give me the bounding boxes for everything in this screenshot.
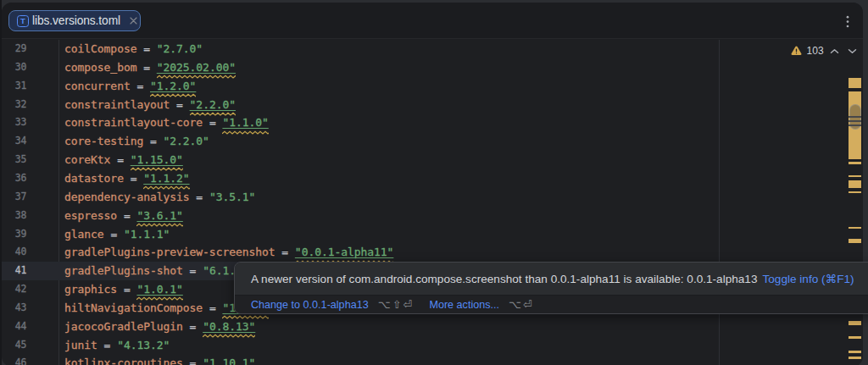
code-editor[interactable]: 29coilCompose = "2.7.0"30compose_bom = "… [2, 40, 863, 365]
line-number: 39 [2, 225, 27, 244]
toml-key: junit [64, 339, 97, 351]
toml-key: constraintlayout [64, 98, 170, 111]
version-string: "1.1.2" [143, 169, 189, 188]
version-string: "2.7.0" [157, 42, 203, 55]
toml-key: concurrent [64, 80, 131, 92]
code-text: graphics = "1.0.1" [64, 280, 183, 299]
version-string: "3.5.1" [209, 191, 255, 203]
toml-key: gradlePlugins-shot [64, 264, 183, 277]
more-actions-shortcut-icons: ⌥⏎ [509, 298, 534, 311]
toggle-info-link[interactable]: Toggle info (⌘F1) [763, 272, 854, 285]
code-line-40[interactable]: 40gradlePlugins-preview-screenshot = "0.… [2, 243, 863, 262]
code-line-36[interactable]: 36datastore = "1.1.2" [2, 169, 863, 188]
line-number: 38 [2, 207, 27, 225]
stripe-gap-line [849, 124, 861, 126]
code-text: coilCompose = "2.7.0" [64, 40, 203, 58]
warning-stripe-mark[interactable] [849, 357, 861, 359]
code-text: gradlePlugins-shot = "6.1. [64, 262, 236, 280]
code-text: datastore = "1.1.2" [64, 169, 190, 188]
equals-operator: = [190, 191, 209, 203]
version-string: "2.2.0" [190, 96, 236, 114]
warning-stripe-mark[interactable] [849, 239, 861, 243]
code-text: concurrent = "1.2.0" [64, 77, 196, 96]
popup-actions-row: Change to 0.0.1-alpha13 ⌥⇧⏎ More actions… [235, 295, 868, 313]
equals-operator: = [203, 116, 222, 129]
equals-operator: = [136, 61, 156, 74]
code-line-33[interactable]: 33constraintlayout-core = "1.1.0" [2, 113, 863, 132]
toml-key: constraintlayout-core [64, 116, 203, 129]
version-string: "1.2.0" [150, 77, 196, 96]
toml-key: gradlePlugins-preview-screenshot [64, 246, 275, 258]
code-text: constraintlayout-core = "1.1.0" [64, 113, 269, 132]
version-string: "1.10.1" [203, 354, 255, 365]
warning-stripe-mark[interactable] [849, 180, 861, 189]
warning-stripe-mark[interactable] [849, 78, 861, 88]
equals-operator: = [183, 357, 203, 365]
code-line-31[interactable]: 31concurrent = "1.2.0" [2, 77, 863, 96]
code-text: compose_bom = "2025.02.00" [64, 58, 236, 77]
toml-key: datastore [64, 172, 124, 185]
line-number: 40 [2, 243, 27, 262]
toml-key: core-testing [64, 135, 143, 147]
warning-stripe-mark[interactable] [849, 162, 861, 164]
version-string: "3.6.1" [136, 207, 182, 225]
line-number: 33 [2, 113, 27, 132]
code-text: constraintlayout = "2.2.0" [64, 96, 236, 114]
equals-operator: = [124, 172, 143, 185]
code-line-35[interactable]: 35coreKtx = "1.15.0" [2, 151, 863, 169]
warning-stripe-mark[interactable] [849, 227, 861, 230]
line-number: 45 [2, 336, 27, 355]
inspections-widget[interactable]: 103 [791, 44, 858, 58]
warning-stripe-mark[interactable] [849, 191, 861, 194]
code-line-34[interactable]: 34core-testing = "2.2.0" [2, 132, 863, 151]
line-number: 32 [2, 96, 27, 114]
tab-options-kebab-icon[interactable] [841, 14, 854, 30]
ide-window: T libs.versions.toml 29coilCompose = "2.… [0, 0, 868, 365]
warning-stripe-mark[interactable] [849, 351, 861, 353]
line-number: 41 [2, 262, 27, 280]
code-line-46[interactable]: 46kotlinx-coroutines = "1.10.1" [2, 354, 863, 365]
toml-key: kotlinx-coroutines [64, 357, 183, 365]
toml-file-icon: T [17, 15, 29, 27]
warning-stripe-mark[interactable] [849, 175, 861, 178]
code-line-39[interactable]: 39glance = "1.1.1" [2, 225, 863, 244]
popup-message: A newer version of com.android.compose.s… [251, 273, 758, 285]
more-actions-link[interactable]: More actions... [429, 299, 499, 311]
equals-operator: = [170, 98, 189, 111]
warning-stripe-mark[interactable] [849, 321, 861, 325]
previous-problem-button[interactable] [829, 44, 840, 58]
code-line-38[interactable]: 38espresso = "3.6.1" [2, 207, 863, 225]
toml-key: compose_bom [64, 61, 136, 74]
toml-key: coreKtx [64, 153, 110, 166]
code-text: core-testing = "2.2.0" [64, 132, 209, 151]
equals-operator: = [183, 320, 203, 333]
equals-operator: = [131, 80, 150, 92]
next-problem-button[interactable] [847, 44, 858, 58]
line-number: 35 [2, 151, 27, 169]
line-number: 46 [2, 354, 27, 365]
tab-libs-versions-toml[interactable]: T libs.versions.toml [8, 10, 141, 31]
tab-close-icon[interactable] [126, 14, 140, 28]
code-line-32[interactable]: 32constraintlayout = "2.2.0" [2, 96, 863, 114]
line-number: 29 [2, 40, 27, 58]
toml-key: dependency-analysis [64, 191, 190, 203]
code-line-29[interactable]: 29coilCompose = "2.7.0" [2, 40, 863, 58]
inspection-popup: A newer version of com.android.compose.s… [234, 262, 868, 314]
line-number: 31 [2, 77, 27, 96]
code-line-30[interactable]: 30compose_bom = "2025.02.00" [2, 58, 863, 77]
line-number: 30 [2, 58, 27, 77]
equals-operator: = [110, 153, 130, 166]
stripe-gap-line [849, 116, 861, 118]
equals-operator: = [143, 135, 163, 147]
version-string: "1.1.1" [124, 228, 170, 241]
version-string: "0.8.13" [203, 318, 255, 336]
code-line-44[interactable]: 44jacocoGradlePlugin = "0.8.13" [2, 318, 863, 336]
frame-left-edge [0, 0, 2, 365]
code-line-45[interactable]: 45junit = "4.13.2" [2, 336, 863, 355]
toml-key: espresso [64, 209, 117, 222]
change-version-link[interactable]: Change to 0.0.1-alpha13 [251, 299, 369, 311]
stripe-gap-line [849, 120, 861, 122]
code-line-37[interactable]: 37dependency-analysis = "3.5.1" [2, 188, 863, 207]
warning-stripe-mark[interactable] [849, 336, 861, 339]
equals-operator: = [117, 283, 136, 296]
